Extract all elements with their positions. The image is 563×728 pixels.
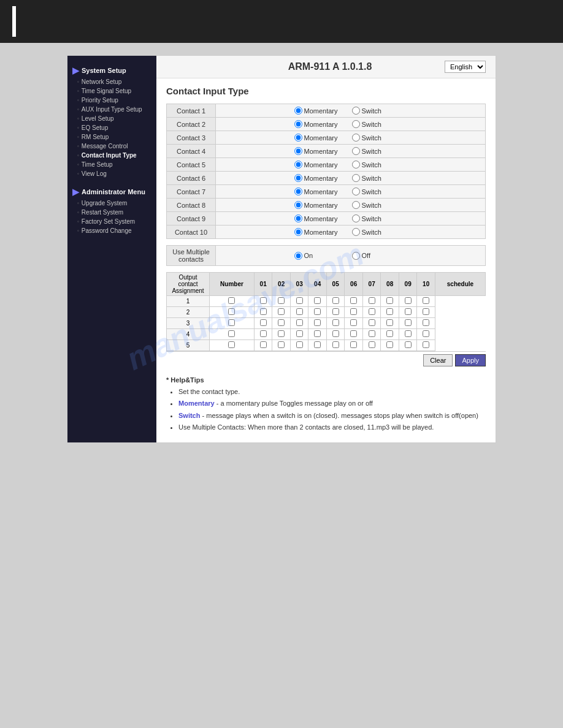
contact-4-switch-option[interactable]: Switch bbox=[352, 147, 407, 155]
checkbox-r2-c11[interactable] bbox=[423, 308, 429, 315]
assign-checkbox-r4-c2[interactable] bbox=[254, 329, 272, 340]
sidebar-item-time-signal-setup[interactable]: ◦ Time Signal Setup bbox=[67, 86, 156, 96]
checkbox-r3-c6[interactable] bbox=[332, 319, 339, 326]
assign-checkbox-r2-c11[interactable] bbox=[417, 307, 435, 318]
checkbox-r5-c8[interactable] bbox=[369, 341, 375, 348]
contact-10-momentary-option[interactable]: Momentary bbox=[294, 228, 350, 236]
checkbox-r4-c2[interactable] bbox=[260, 330, 267, 337]
checkbox-r2-c8[interactable] bbox=[369, 308, 375, 315]
checkbox-r5-c10[interactable] bbox=[405, 341, 412, 348]
checkbox-r1-c3[interactable] bbox=[278, 297, 285, 304]
checkbox-r1-c10[interactable] bbox=[405, 297, 412, 304]
checkbox-r4-c8[interactable] bbox=[369, 330, 375, 337]
contact-8-momentary-radio[interactable] bbox=[294, 201, 302, 209]
assign-checkbox-r4-c3[interactable] bbox=[272, 329, 291, 340]
sidebar-item-message-control[interactable]: ◦ Message Control bbox=[67, 142, 156, 151]
checkbox-r5-c7[interactable] bbox=[350, 341, 357, 348]
checkbox-r3-c5[interactable] bbox=[314, 319, 321, 326]
contact-8-switch-radio[interactable] bbox=[352, 201, 360, 209]
contact-1-switch-radio[interactable] bbox=[352, 107, 360, 115]
checkbox-r4-c9[interactable] bbox=[386, 330, 393, 337]
contact-10-switch-option[interactable]: Switch bbox=[352, 228, 407, 236]
checkbox-r4-c10[interactable] bbox=[405, 330, 412, 337]
contact-3-momentary-option[interactable]: Momentary bbox=[294, 134, 350, 142]
assign-checkbox-r3-c1[interactable] bbox=[210, 318, 255, 329]
assign-checkbox-r3-c2[interactable] bbox=[254, 318, 272, 329]
sidebar-item-time-setup[interactable]: ◦ Time Setup bbox=[67, 160, 156, 169]
checkbox-r1-c9[interactable] bbox=[386, 297, 393, 304]
contact-3-switch-radio[interactable] bbox=[352, 134, 360, 142]
contact-2-switch-radio[interactable] bbox=[352, 120, 360, 128]
checkbox-r5-c9[interactable] bbox=[386, 341, 393, 348]
contact-5-switch-radio[interactable] bbox=[352, 161, 360, 169]
contact-5-momentary-radio[interactable] bbox=[294, 161, 302, 169]
assign-checkbox-r5-c10[interactable] bbox=[399, 340, 417, 351]
contact-9-momentary-option[interactable]: Momentary bbox=[294, 214, 350, 222]
assign-checkbox-r3-c9[interactable] bbox=[381, 318, 399, 329]
clear-button[interactable]: Clear bbox=[423, 354, 453, 366]
contact-5-momentary-option[interactable]: Momentary bbox=[294, 161, 350, 169]
assign-checkbox-r1-c5[interactable] bbox=[308, 296, 327, 307]
assign-checkbox-r4-c9[interactable] bbox=[381, 329, 399, 340]
checkbox-r4-c11[interactable] bbox=[423, 330, 429, 337]
contact-7-switch-option[interactable]: Switch bbox=[352, 188, 407, 195]
assign-checkbox-r2-c7[interactable] bbox=[345, 307, 363, 318]
assign-checkbox-r5-c2[interactable] bbox=[254, 340, 272, 351]
checkbox-r1-c8[interactable] bbox=[369, 297, 375, 304]
sidebar-item-restart-system[interactable]: ◦ Restart System bbox=[67, 208, 156, 217]
assign-checkbox-r3-c5[interactable] bbox=[308, 318, 327, 329]
contact-9-switch-option[interactable]: Switch bbox=[352, 214, 407, 222]
assign-checkbox-r2-c2[interactable] bbox=[254, 307, 272, 318]
assign-checkbox-r2-c3[interactable] bbox=[272, 307, 291, 318]
checkbox-r5-c4[interactable] bbox=[296, 341, 303, 348]
assign-checkbox-r4-c10[interactable] bbox=[399, 329, 417, 340]
contact-7-switch-radio[interactable] bbox=[352, 188, 360, 195]
apply-button[interactable]: Apply bbox=[455, 354, 486, 366]
assign-checkbox-r5-c4[interactable] bbox=[290, 340, 308, 351]
assign-checkbox-r5-c3[interactable] bbox=[272, 340, 291, 351]
contact-6-momentary-option[interactable]: Momentary bbox=[294, 174, 350, 182]
contact-9-switch-radio[interactable] bbox=[352, 214, 360, 222]
checkbox-r3-c4[interactable] bbox=[296, 319, 303, 326]
checkbox-r4-c3[interactable] bbox=[278, 330, 285, 337]
contact-2-momentary-radio[interactable] bbox=[294, 120, 302, 128]
checkbox-r2-c2[interactable] bbox=[260, 308, 267, 315]
assign-checkbox-r4-c7[interactable] bbox=[345, 329, 363, 340]
checkbox-r5-c2[interactable] bbox=[260, 341, 267, 348]
checkbox-r5-c5[interactable] bbox=[314, 341, 321, 348]
assign-checkbox-r1-c1[interactable] bbox=[210, 296, 255, 307]
assign-checkbox-r5-c7[interactable] bbox=[345, 340, 363, 351]
checkbox-r5-c1[interactable] bbox=[228, 341, 235, 348]
multi-off-option[interactable]: Off bbox=[352, 252, 407, 260]
assign-checkbox-r3-c4[interactable] bbox=[290, 318, 308, 329]
assign-checkbox-r4-c6[interactable] bbox=[326, 329, 345, 340]
checkbox-r3-c10[interactable] bbox=[405, 319, 412, 326]
checkbox-r1-c2[interactable] bbox=[260, 297, 267, 304]
checkbox-r4-c6[interactable] bbox=[332, 330, 339, 337]
assign-checkbox-r2-c6[interactable] bbox=[326, 307, 345, 318]
checkbox-r3-c11[interactable] bbox=[423, 319, 429, 326]
checkbox-r4-c1[interactable] bbox=[228, 330, 235, 337]
contact-9-momentary-radio[interactable] bbox=[294, 214, 302, 222]
checkbox-r1-c1[interactable] bbox=[228, 297, 235, 304]
checkbox-r1-c4[interactable] bbox=[296, 297, 303, 304]
contact-7-momentary-radio[interactable] bbox=[294, 188, 302, 195]
assign-checkbox-r3-c3[interactable] bbox=[272, 318, 291, 329]
checkbox-r3-c2[interactable] bbox=[260, 319, 267, 326]
contact-6-switch-radio[interactable] bbox=[352, 174, 360, 182]
assign-checkbox-r5-c5[interactable] bbox=[308, 340, 327, 351]
contact-10-switch-radio[interactable] bbox=[352, 228, 360, 236]
checkbox-r2-c3[interactable] bbox=[278, 308, 285, 315]
checkbox-r5-c3[interactable] bbox=[278, 341, 285, 348]
checkbox-r2-c9[interactable] bbox=[386, 308, 393, 315]
assign-checkbox-r2-c1[interactable] bbox=[210, 307, 255, 318]
checkbox-r4-c4[interactable] bbox=[296, 330, 303, 337]
multi-on-option[interactable]: On bbox=[294, 252, 350, 260]
sidebar-item-password-change[interactable]: ◦ Password Change bbox=[67, 226, 156, 235]
assign-checkbox-r5-c6[interactable] bbox=[326, 340, 345, 351]
assign-checkbox-r1-c2[interactable] bbox=[254, 296, 272, 307]
contact-3-momentary-radio[interactable] bbox=[294, 134, 302, 142]
contact-6-switch-option[interactable]: Switch bbox=[352, 174, 407, 182]
contact-1-momentary-option[interactable]: Momentary bbox=[294, 107, 350, 115]
assign-checkbox-r3-c7[interactable] bbox=[345, 318, 363, 329]
